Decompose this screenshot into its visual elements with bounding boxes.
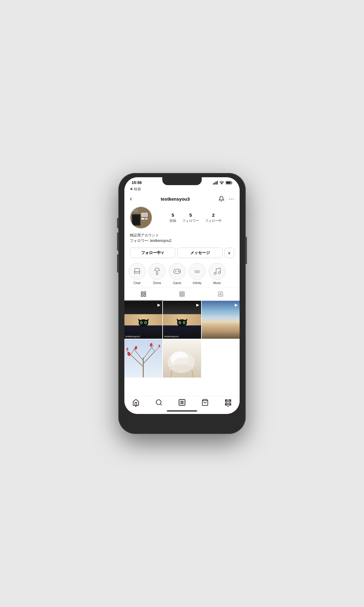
- reel-icon-3: ▶: [235, 303, 238, 307]
- highlight-game[interactable]: Game: [169, 263, 186, 285]
- grid-icon: [140, 291, 147, 297]
- svg-point-19: [179, 271, 180, 272]
- phone-screen: 15:56: [124, 177, 240, 414]
- tree-svg: [124, 339, 162, 377]
- username-overlay-2: testkensyou4: [164, 335, 178, 338]
- svg-point-30: [220, 293, 221, 294]
- svg-rect-80: [230, 404, 231, 405]
- username-overlay-1: testkensyou3: [126, 335, 140, 338]
- reels-tab-icon: [179, 291, 185, 297]
- avatar: [130, 206, 152, 229]
- grid-item-2[interactable]: ▶ testkensyou4: [163, 301, 201, 339]
- status-time: 15:56: [132, 180, 142, 185]
- highlight-chair[interactable]: Chair: [129, 263, 146, 285]
- nav-home[interactable]: [132, 399, 140, 406]
- tab-grid[interactable]: [124, 288, 163, 300]
- back-button[interactable]: ‹: [130, 195, 132, 203]
- posts-label: 投稿: [170, 219, 176, 222]
- volume-down-button: [117, 254, 118, 273]
- wifi-icon: [219, 181, 224, 185]
- more-icon[interactable]: ···: [229, 196, 234, 202]
- followers-label: フォロワー: [182, 219, 199, 222]
- infinity-symbol: ∞: [194, 268, 200, 275]
- posts-stat[interactable]: 5 投稿: [170, 212, 176, 223]
- nav-profile[interactable]: [224, 399, 232, 406]
- svg-rect-77: [225, 400, 227, 401]
- music-icon: [213, 267, 221, 276]
- following-count: 2: [205, 212, 222, 218]
- highlight-circle-chair: [129, 263, 146, 280]
- grid-item-4[interactable]: [124, 339, 162, 377]
- tagged-icon: [217, 291, 224, 297]
- mute-button: [117, 218, 118, 228]
- nav-shop[interactable]: [201, 399, 209, 406]
- svg-point-18: [178, 271, 179, 271]
- svg-rect-24: [141, 295, 143, 297]
- highlight-circle-dress: [149, 263, 166, 280]
- sky-background: [202, 301, 240, 339]
- nav-reels[interactable]: [178, 399, 186, 406]
- message-button[interactable]: メッセージ: [177, 248, 223, 258]
- home-indicator: [124, 408, 240, 414]
- svg-point-33: [139, 319, 148, 327]
- following-stat[interactable]: 2 フォロー中: [205, 212, 222, 223]
- svg-line-69: [160, 404, 162, 405]
- power-button: [246, 237, 247, 264]
- highlight-infinity[interactable]: ∞ Infinity: [189, 263, 206, 285]
- avatar-image: [130, 207, 152, 228]
- more-button[interactable]: ∨: [224, 248, 234, 258]
- highlight-circle-music: [209, 263, 226, 280]
- search-icon: [155, 399, 163, 406]
- profile-info: 5 投稿 5 フォロワー 2 フォロー中: [124, 204, 240, 231]
- tab-tagged[interactable]: [201, 288, 240, 300]
- shop-icon: [201, 399, 209, 406]
- svg-rect-10: [133, 215, 140, 225]
- notch: [162, 177, 202, 185]
- profile-username: testkensyou3: [132, 196, 218, 202]
- svg-point-44: [184, 322, 184, 324]
- svg-rect-78: [230, 400, 231, 401]
- tab-reels[interactable]: [163, 288, 201, 300]
- highlight-label-chair: Chair: [133, 281, 141, 285]
- svg-rect-16: [135, 269, 140, 272]
- follow-button[interactable]: フォロー中∨: [130, 248, 175, 258]
- svg-rect-7: [226, 181, 231, 184]
- highlight-label-music: Music: [213, 281, 221, 285]
- highlights-row: Chair Dress: [124, 260, 240, 288]
- svg-rect-22: [141, 292, 143, 294]
- cat-face-1: [137, 317, 150, 327]
- reel-icon-1: ▶: [157, 303, 160, 307]
- bottom-nav: [124, 396, 240, 408]
- content-tabs: [124, 288, 240, 301]
- action-buttons: フォロー中∨ メッセージ ∨: [124, 246, 240, 260]
- nav-search[interactable]: [155, 399, 163, 406]
- followers-stat[interactable]: 5 フォロワー: [182, 212, 199, 223]
- highlight-dress[interactable]: Dress: [149, 263, 166, 285]
- fluffy-svg: [163, 339, 201, 377]
- grid-item-1[interactable]: ▶ testkensyou3: [124, 301, 162, 339]
- nav-back[interactable]: ◀ 検索: [124, 186, 240, 193]
- grid-item-1-inner: ▶ testkensyou3: [124, 301, 162, 339]
- avatar-svg: [130, 206, 152, 229]
- highlight-label-dress: Dress: [153, 281, 161, 285]
- back-label[interactable]: ◀ 検索: [129, 187, 141, 192]
- highlight-music[interactable]: Music: [209, 263, 226, 285]
- svg-rect-14: [145, 218, 147, 220]
- svg-point-4: [221, 184, 222, 184]
- signal-icon: [213, 181, 218, 185]
- grid-item-5[interactable]: [163, 339, 201, 377]
- chair-icon: [133, 267, 141, 276]
- highlight-circle-infinity: ∞: [189, 263, 206, 280]
- highlight-label-infinity: Infinity: [193, 281, 202, 285]
- stats-row: 5 投稿 5 フォロワー 2 フォロー中: [157, 212, 234, 223]
- svg-point-68: [156, 400, 161, 405]
- svg-point-20: [214, 273, 216, 275]
- bell-icon[interactable]: [218, 196, 224, 202]
- svg-rect-2: [216, 181, 217, 185]
- grid-item-3[interactable]: ▶: [202, 301, 240, 339]
- svg-rect-0: [213, 183, 214, 185]
- home-dot: [135, 406, 136, 407]
- grid-item-2-inner: ▶ testkensyou4: [163, 301, 201, 339]
- home-bar: [167, 410, 197, 412]
- reels-nav-icon: [178, 399, 186, 406]
